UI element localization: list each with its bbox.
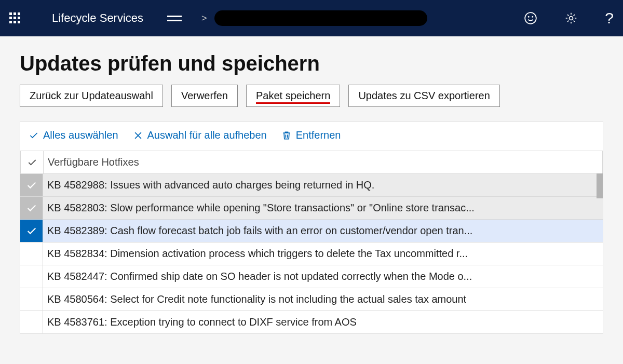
trash-icon xyxy=(281,130,292,141)
menu-icon[interactable] xyxy=(167,13,182,24)
header-check-icon[interactable] xyxy=(21,151,44,173)
grid-toolbar: Alles auswählen Auswahl für alle aufhebe… xyxy=(20,122,603,151)
top-nav: Lifecycle Services > ? xyxy=(0,0,623,36)
x-icon xyxy=(133,130,143,141)
row-checkbox[interactable] xyxy=(20,311,43,333)
save-package-button[interactable]: Paket speichern xyxy=(246,85,340,107)
grid-header-label: Verfügbare Hotfixes xyxy=(44,151,602,173)
scrollbar-thumb[interactable] xyxy=(597,173,603,198)
table-row[interactable]: KB 4580564: Select for Credit note funct… xyxy=(20,288,603,311)
row-text: KB 4583761: Exception trying to connect … xyxy=(43,311,603,333)
table-row[interactable]: KB 4583761: Exception trying to connect … xyxy=(20,311,603,333)
row-text: KB 4582447: Confirmed ship date on SO he… xyxy=(43,265,603,288)
action-buttons: Zurück zur Updateauswahl Verwerfen Paket… xyxy=(20,85,603,107)
row-checkbox[interactable] xyxy=(20,265,43,288)
row-checkbox[interactable] xyxy=(20,197,43,219)
breadcrumb-chevron: > xyxy=(201,13,207,24)
row-text: KB 4582834: Dimension activation process… xyxy=(43,242,603,265)
table-row[interactable]: KB 4582389: Cash flow forecast batch job… xyxy=(20,219,603,242)
svg-point-2 xyxy=(532,17,533,17)
row-text: KB 4582389: Cash flow forecast batch job… xyxy=(43,220,603,242)
table-row[interactable]: KB 4582834: Dimension activation process… xyxy=(20,242,603,265)
deselect-all-label: Auswahl für alle aufheben xyxy=(147,129,267,141)
row-checkbox[interactable] xyxy=(20,242,43,265)
breadcrumb-redacted xyxy=(214,10,427,26)
brand-title[interactable]: Lifecycle Services xyxy=(52,11,143,25)
remove-label: Entfernen xyxy=(296,129,341,141)
row-text: KB 4580564: Select for Credit note funct… xyxy=(43,288,603,311)
back-button[interactable]: Zurück zur Updateauswahl xyxy=(20,85,163,107)
export-csv-button[interactable]: Updates zu CSV exportieren xyxy=(348,85,499,107)
row-checkbox[interactable] xyxy=(20,174,43,196)
app-launcher-icon[interactable] xyxy=(9,12,21,24)
grid-body: KB 4582988: Issues with advanced auto ch… xyxy=(20,173,603,333)
feedback-smiley-icon[interactable] xyxy=(524,11,537,25)
select-all-action[interactable]: Alles auswählen xyxy=(29,129,118,141)
row-text: KB 4582803: Slow performance while openi… xyxy=(43,197,603,219)
remove-action[interactable]: Entfernen xyxy=(281,129,341,141)
table-row[interactable]: KB 4582447: Confirmed ship date on SO he… xyxy=(20,265,603,288)
table-row[interactable]: KB 4582803: Slow performance while openi… xyxy=(20,196,603,219)
page-title: Updates prüfen und speichern xyxy=(20,52,603,75)
settings-gear-icon[interactable] xyxy=(564,11,578,25)
table-row[interactable]: KB 4582988: Issues with advanced auto ch… xyxy=(20,173,603,196)
check-icon xyxy=(29,130,39,141)
select-all-label: Alles auswählen xyxy=(43,129,118,141)
svg-point-3 xyxy=(570,17,573,20)
discard-button[interactable]: Verwerfen xyxy=(171,85,238,107)
svg-point-0 xyxy=(525,12,536,24)
row-checkbox[interactable] xyxy=(20,288,43,311)
save-package-label: Paket speichern xyxy=(256,90,330,104)
row-checkbox[interactable] xyxy=(20,220,43,242)
svg-point-1 xyxy=(529,17,529,17)
grid-header: Verfügbare Hotfixes xyxy=(20,151,603,173)
help-icon[interactable]: ? xyxy=(605,9,614,27)
hotfix-card: Alles auswählen Auswahl für alle aufhebe… xyxy=(20,122,603,334)
deselect-all-action[interactable]: Auswahl für alle aufheben xyxy=(133,129,267,141)
row-text: KB 4582988: Issues with advanced auto ch… xyxy=(43,174,603,196)
